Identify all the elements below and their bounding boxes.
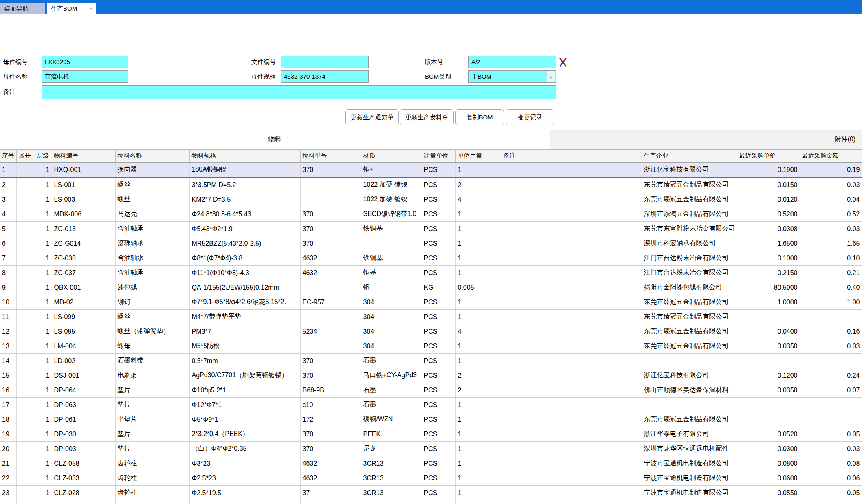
table-cell[interactable]: 1 bbox=[455, 163, 501, 178]
table-cell[interactable]: 佛山市顺德区美达豪保温材料 bbox=[642, 383, 737, 398]
table-cell[interactable]: 1 bbox=[35, 486, 52, 500]
table-cell[interactable]: ZC-013 bbox=[52, 222, 115, 236]
column-header[interactable]: 材质 bbox=[361, 150, 422, 163]
table-cell[interactable] bbox=[642, 398, 737, 412]
parent-code-field[interactable]: LXX0295 bbox=[42, 56, 128, 68]
table-cell[interactable]: Φ3*23 bbox=[189, 456, 300, 471]
table-cell[interactable]: 1 bbox=[35, 412, 52, 427]
table-cell[interactable] bbox=[16, 354, 35, 368]
table-cell[interactable] bbox=[16, 486, 35, 500]
table-cell[interactable] bbox=[300, 310, 361, 324]
table-cell[interactable] bbox=[300, 280, 361, 295]
table-cell[interactable]: 1 bbox=[35, 310, 52, 324]
table-cell[interactable]: 铜+ bbox=[361, 163, 422, 178]
table-cell[interactable]: 11 bbox=[0, 310, 16, 324]
table-cell[interactable]: 1 bbox=[35, 266, 52, 280]
table-cell[interactable] bbox=[16, 177, 35, 192]
table-cell[interactable]: 东莞市东富胜粉末冶金有限公司 bbox=[642, 222, 737, 236]
table-cell[interactable]: 9 bbox=[0, 280, 16, 295]
table-cell[interactable]: 4632 bbox=[300, 471, 361, 486]
table-cell[interactable]: LM-004 bbox=[52, 339, 115, 354]
table-cell[interactable]: 0.0120 bbox=[737, 192, 800, 207]
table-cell[interactable]: 20 bbox=[0, 442, 16, 456]
table-cell[interactable]: 1 bbox=[455, 236, 501, 251]
table-cell[interactable]: Φ2.5*23 bbox=[189, 471, 300, 486]
update-production-issue-button[interactable]: 更新生产发料单 bbox=[400, 109, 454, 125]
column-header[interactable]: 物料名称 bbox=[115, 150, 189, 163]
table-cell[interactable]: 17 bbox=[0, 398, 16, 412]
table-cell[interactable]: M4*7/带弹垫平垫 bbox=[189, 310, 300, 324]
table-cell[interactable]: 370 bbox=[300, 207, 361, 222]
bom-type-select[interactable]: 主BOM ∨ bbox=[468, 70, 556, 83]
table-cell[interactable]: 1 bbox=[35, 177, 52, 192]
table-cell[interactable]: 齿轮柱 bbox=[115, 456, 189, 471]
table-cell[interactable]: QBX-001 bbox=[52, 280, 115, 295]
table-cell[interactable]: PCS bbox=[422, 412, 455, 427]
table-row[interactable]: 191DP-030垫片2*3.2*0.4（PEEK）370PEEKPCS1浙江华… bbox=[0, 427, 862, 442]
table-cell[interactable]: 石墨 bbox=[361, 398, 422, 412]
table-cell[interactable]: 1 bbox=[455, 354, 501, 368]
table-cell[interactable] bbox=[16, 500, 35, 504]
table-cell[interactable]: 14 bbox=[0, 354, 16, 368]
table-cell[interactable]: 1 bbox=[455, 266, 501, 280]
table-cell[interactable]: 19 bbox=[0, 427, 16, 442]
table-cell[interactable]: 24 bbox=[0, 500, 16, 504]
table-cell[interactable]: 1 bbox=[455, 295, 501, 310]
table-cell[interactable]: 1 bbox=[35, 427, 52, 442]
table-cell[interactable] bbox=[16, 471, 35, 486]
table-cell[interactable]: 0.0150 bbox=[737, 177, 800, 192]
table-cell[interactable]: 1 bbox=[35, 163, 52, 178]
table-cell[interactable]: 1 bbox=[455, 427, 501, 442]
table-cell[interactable]: 0.1900 bbox=[737, 163, 800, 178]
table-cell[interactable] bbox=[737, 398, 800, 412]
table-cell[interactable]: ZC-037 bbox=[52, 266, 115, 280]
table-cell[interactable]: 370 bbox=[300, 427, 361, 442]
column-header[interactable]: 计量单位 bbox=[422, 150, 455, 163]
table-cell[interactable]: 0.0350 bbox=[737, 339, 800, 354]
table-cell[interactable] bbox=[501, 427, 642, 442]
table-cell[interactable]: 4 bbox=[455, 192, 501, 207]
table-cell[interactable]: PCS bbox=[422, 236, 455, 251]
table-cell[interactable] bbox=[737, 354, 800, 368]
table-cell[interactable]: CLZ-058 bbox=[52, 456, 115, 471]
tab-materials[interactable]: 物料 bbox=[0, 130, 550, 149]
table-cell[interactable]: 螺丝 bbox=[115, 192, 189, 207]
table-cell[interactable] bbox=[501, 192, 642, 207]
table-cell[interactable]: 1022 加硬 镀镍 bbox=[361, 192, 422, 207]
table-cell[interactable]: 0.0308 bbox=[737, 222, 800, 236]
table-cell[interactable]: Φ24.8*30.8-6.4*5.43 bbox=[189, 207, 300, 222]
table-cell[interactable]: 3CR13 bbox=[361, 486, 422, 500]
table-cell[interactable]: 23 bbox=[0, 486, 16, 500]
table-cell[interactable]: 10 bbox=[0, 295, 16, 310]
column-header[interactable]: 生产企业 bbox=[642, 150, 737, 163]
table-cell[interactable]: DP-063 bbox=[52, 398, 115, 412]
table-cell[interactable] bbox=[501, 383, 642, 398]
table-row[interactable]: 221CLZ-033齿轮柱Φ2.5*2346323CR13PCS1宁波市宝通机电… bbox=[0, 471, 862, 486]
table-cell[interactable]: 0.0300 bbox=[737, 442, 800, 456]
table-cell[interactable]: 齿轮柱 bbox=[115, 471, 189, 486]
table-cell[interactable]: PEEK bbox=[361, 427, 422, 442]
table-cell[interactable]: 0.03 bbox=[800, 222, 862, 236]
table-cell[interactable]: 1 bbox=[455, 456, 501, 471]
table-cell[interactable]: 垫片 bbox=[115, 427, 189, 442]
table-cell[interactable]: 370 bbox=[300, 163, 361, 178]
table-row[interactable]: 171DP-063垫片Φ12*Φ7*1c10石墨PCS1 bbox=[0, 398, 862, 412]
table-cell[interactable]: 0.40 bbox=[800, 280, 862, 295]
table-cell[interactable] bbox=[800, 412, 862, 427]
table-row[interactable]: 141LD-002石墨料带0.5*7mm370石墨PCS1 bbox=[0, 354, 862, 368]
table-cell[interactable]: SECD镀锌钢带1.0 bbox=[361, 207, 422, 222]
table-cell[interactable] bbox=[642, 354, 737, 368]
table-cell[interactable]: 2 bbox=[0, 177, 16, 192]
table-cell[interactable]: 浙江亿宝科技有限公司 bbox=[642, 368, 737, 383]
column-header[interactable]: 层级 bbox=[35, 150, 52, 163]
table-cell[interactable]: 宁波市宝通机电制造有限公司 bbox=[642, 456, 737, 471]
table-cell[interactable]: EC-957 bbox=[300, 295, 361, 310]
table-cell[interactable]: B68-9B bbox=[300, 383, 361, 398]
table-cell[interactable]: 1.0000 bbox=[737, 295, 800, 310]
table-cell[interactable]: 宁波市宝通机电制造有限公司 bbox=[642, 471, 737, 486]
table-row[interactable]: 151DSJ-001电刷架AgPd30/C7701（刷架黄铜镀锡）370马口铁+… bbox=[0, 368, 862, 383]
table-cell[interactable] bbox=[16, 192, 35, 207]
table-row[interactable]: 231CLZ-028齿轮柱Φ2.5*19.5373CR13PCS1宁波市宝通机电… bbox=[0, 486, 862, 500]
table-cell[interactable]: 铁铜基 bbox=[361, 251, 422, 266]
table-cell[interactable]: 1 bbox=[455, 486, 501, 500]
